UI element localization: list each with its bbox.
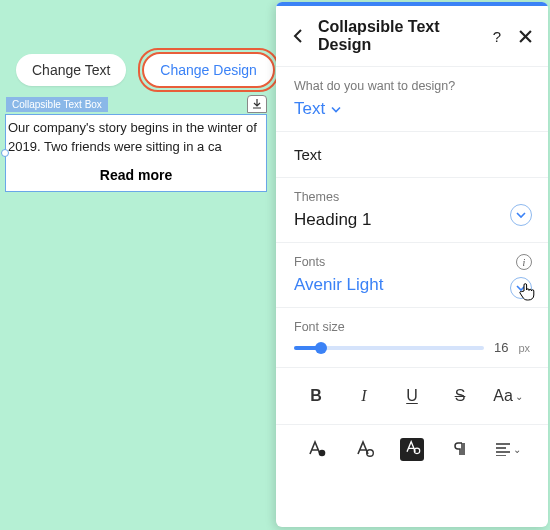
themes-dropdown-button[interactable] [510, 204, 532, 226]
font-size-label: Font size [294, 320, 530, 334]
themes-value: Heading 1 [294, 210, 530, 230]
help-button[interactable]: ? [488, 27, 506, 45]
design-target-section: What do you want to design? Text [276, 67, 548, 132]
close-icon [519, 30, 532, 43]
panel-header: Collapsible Text Design ? [276, 6, 548, 67]
fonts-label: Fonts [294, 255, 530, 269]
chevron-down-icon: ⌄ [515, 391, 523, 402]
design-target-dropdown[interactable]: Text [294, 99, 530, 119]
underline-button[interactable]: U [395, 382, 429, 410]
text-highlight-button[interactable] [397, 437, 427, 461]
chevron-left-icon [293, 29, 305, 43]
text-case-label: Aa [493, 387, 513, 405]
align-icon [495, 442, 511, 456]
text-highlight-icon [400, 438, 424, 461]
download-icon-badge[interactable] [247, 95, 267, 113]
text-outline-button[interactable] [349, 437, 379, 461]
fonts-section: i Fonts Avenir Light [276, 243, 548, 308]
svg-point-3 [319, 450, 326, 457]
panel-body[interactable]: What do you want to design? Text Text Th… [276, 67, 548, 527]
text-style-row: B I U S Aa⌄ [276, 368, 548, 425]
align-button[interactable]: ⌄ [493, 437, 523, 461]
text-tab[interactable]: Text [276, 132, 548, 178]
text-tools-row: ⌄ [276, 425, 548, 473]
design-target-label: What do you want to design? [294, 79, 530, 93]
back-button[interactable] [290, 27, 308, 45]
panel-title: Collapsible Text Design [318, 18, 478, 54]
text-direction-button[interactable] [445, 437, 475, 461]
font-size-unit: px [518, 342, 530, 354]
chevron-down-icon [516, 212, 526, 219]
italic-button[interactable]: I [347, 382, 381, 410]
text-color-icon [306, 440, 326, 458]
themes-label: Themes [294, 190, 530, 204]
font-size-value: 16 [494, 340, 508, 355]
element-body-text: Our company's story begins in the winter… [6, 115, 266, 161]
text-outline-icon [354, 440, 374, 458]
paragraph-icon [452, 441, 468, 457]
fonts-value: Avenir Light [294, 275, 530, 295]
resize-handle-left[interactable] [1, 149, 9, 157]
element-tag-label: Collapsible Text Box [6, 97, 108, 112]
change-text-button[interactable]: Change Text [16, 54, 126, 86]
text-color-button[interactable] [301, 437, 331, 461]
strike-button[interactable]: S [443, 382, 477, 410]
slider-thumb[interactable] [315, 342, 327, 354]
chevron-down-icon: ⌄ [513, 444, 521, 455]
collapsible-text-box[interactable]: Collapsible Text Box Our company's story… [5, 114, 267, 192]
fonts-dropdown-button[interactable] [510, 277, 532, 299]
download-icon [252, 99, 262, 109]
change-design-button[interactable]: Change Design [142, 52, 275, 88]
text-case-button[interactable]: Aa⌄ [491, 382, 525, 410]
themes-section: Themes Heading 1 [276, 178, 548, 243]
change-design-highlight: Change Design [138, 48, 279, 92]
close-button[interactable] [516, 27, 534, 45]
design-target-value: Text [294, 99, 325, 119]
chevron-down-icon [516, 285, 526, 292]
font-size-slider[interactable] [294, 346, 484, 350]
info-icon[interactable]: i [516, 254, 532, 270]
chevron-down-icon [331, 99, 341, 119]
read-more-label[interactable]: Read more [6, 161, 266, 191]
bold-button[interactable]: B [299, 382, 333, 410]
design-panel: Collapsible Text Design ? What do you wa… [276, 2, 548, 527]
font-size-section: Font size 16px [276, 308, 548, 368]
